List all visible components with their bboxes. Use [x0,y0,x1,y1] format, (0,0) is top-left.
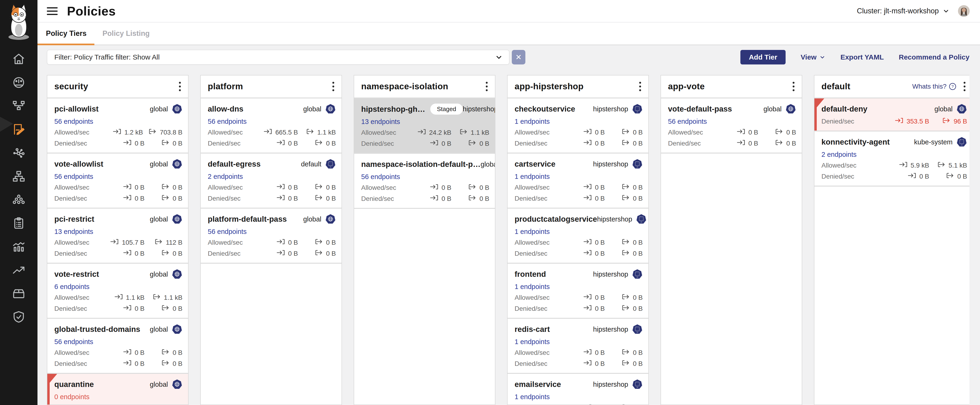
tier-help-link[interactable]: Whats this? ? [912,83,956,90]
endpoints-link[interactable]: 13 endpoints [54,228,93,236]
policy-name: frontend [515,270,546,279]
kebab-menu-icon[interactable] [484,81,490,92]
kebab-menu-icon[interactable] [330,81,336,92]
policy-card[interactable]: productcatalogservice hipstershop ns 1 e… [508,209,648,263]
sidebar-item-shield-check-icon[interactable] [0,305,38,328]
recommend-policy-button[interactable]: Recommend a Policy [899,53,969,61]
endpoints-link[interactable]: 56 endpoints [668,118,707,125]
endpoints-link[interactable]: 1 endpoints [515,228,550,236]
sidebar-item-chart-bars-icon[interactable] [0,235,38,258]
endpoints-link[interactable]: 56 endpoints [54,118,93,125]
policy-card[interactable]: platform-default-pass global 56 endpoint… [201,209,342,263]
sidebar-item-molecule-graph-icon[interactable] [0,141,38,164]
allowed-egress-value: 5.1 kB [948,162,967,169]
ingress-arrow-icon [277,194,286,202]
egress-arrow-icon [775,128,784,136]
endpoints-link[interactable]: 2 endpoints [208,173,243,180]
allowed-per-sec-row: Allowed/sec 24.2 kB 1.1 kB [361,128,489,137]
global-scope-badge-icon [325,214,336,225]
policy-card[interactable]: emailservice hipstershop ns 1 endpoints … [508,374,648,405]
policy-card[interactable]: vote-default-pass global 56 endpoints Al… [661,99,802,153]
sidebar-item-storage-box-icon[interactable] [0,282,38,305]
tier-header: security ? [47,75,188,97]
view-dropdown[interactable]: View [800,53,826,61]
kebab-menu-icon[interactable] [177,81,183,92]
policy-card[interactable]: vote-allowlist global 56 endpoints Allow… [47,153,188,208]
scope-label: global [480,161,495,168]
policy-card[interactable]: global-trusted-domains global 56 endpoin… [47,319,188,373]
avatar[interactable] [958,5,970,17]
policy-card[interactable]: quarantine global 0 endpoints [47,374,188,405]
allowed-egress-value: 0 B [326,239,336,246]
endpoints-link[interactable]: 1 endpoints [515,338,550,346]
scope-label: global [150,381,168,388]
scope-label: hipstershop [593,105,628,113]
endpoints-link[interactable]: 2 endpoints [821,151,857,158]
cluster-selector[interactable]: Cluster: jlt-msft-workshop [857,7,950,15]
egress-arrow-icon [161,305,170,313]
denied-per-sec-row: Denied/sec 0 B 0 B [515,360,643,368]
policy-card[interactable]: pci-restrict global 13 endpoints Allowed… [47,209,188,263]
policy-traffic-filter-dropdown[interactable]: Filter: Policy Traffic filter: Show All [47,50,509,65]
egress-arrow-icon [161,360,170,368]
sidebar-item-clipboard-list-icon[interactable] [0,211,38,235]
sidebar-item-flow-nodes-icon[interactable] [0,94,38,118]
kebab-menu-icon[interactable] [791,81,797,92]
policy-card[interactable]: vote-restrict global 6 endpoints Allowed… [47,264,188,318]
policy-card[interactable]: frontend hipstershop ns 1 endpoints Allo… [508,264,648,318]
kebab-menu-icon[interactable] [961,81,967,92]
policy-name: global-trusted-domains [54,325,140,334]
sidebar-item-circles-cluster-icon[interactable] [0,188,38,211]
endpoints-link[interactable]: 56 endpoints [208,118,247,125]
sidebar-item-policy-edit-icon[interactable] [0,118,38,141]
endpoints-link[interactable]: 1 endpoints [515,173,550,180]
tab-policy-tiers[interactable]: Policy Tiers [38,22,94,45]
tab-policy-listing[interactable]: Policy Listing [94,22,158,45]
allowed-per-sec-row: Allowed/sec 0 B 0 B [208,238,336,247]
endpoints-link[interactable]: 56 endpoints [54,338,93,346]
policy-card[interactable]: default-egress default ns 2 endpoints Al… [201,153,342,208]
allowed-per-sec-label: Allowed/sec [515,129,560,136]
policy-card[interactable]: default-deny global Denied/sec 353.5 B 9… [815,99,969,131]
hamburger-menu-icon[interactable] [47,7,57,15]
allowed-egress-value: 112 B [166,239,183,246]
policy-card[interactable]: namespace-isolation-default-p… global 56… [354,154,495,208]
endpoints-link[interactable]: 6 endpoints [54,283,89,291]
denied-ingress-value: 0 B [288,195,298,202]
endpoints-link[interactable]: 1 endpoints [515,283,550,291]
sidebar-item-sitemap-icon[interactable] [0,164,38,188]
endpoints-link[interactable]: 56 endpoints [361,173,400,181]
policy-card[interactable]: allow-dns global 56 endpoints Allowed/se… [201,99,342,153]
endpoints-link[interactable]: 13 endpoints [361,118,400,126]
sidebar-item-gauge-dashboard-icon[interactable] [0,71,38,94]
endpoints-link[interactable]: 56 endpoints [208,228,247,236]
sidebar-item-trend-arrow-icon[interactable] [0,258,38,282]
policy-card[interactable]: pci-allowlist global 56 endpoints Allowe… [47,99,188,153]
policy-card[interactable]: checkoutservice hipstershop ns 1 endpoin… [508,99,648,153]
denied-per-sec-label: Denied/sec [208,250,253,257]
clear-filter-button[interactable]: ✕ [512,50,525,64]
staged-badge: Staged [430,104,463,115]
allowed-per-sec-row: Allowed/sec 105.7 B 112 B [54,238,183,247]
policy-name: redis-cart [515,325,550,334]
tier-name: platform [208,81,243,91]
endpoints-link[interactable]: 1 endpoints [515,118,550,125]
kebab-menu-icon[interactable] [637,81,643,92]
endpoints-link[interactable]: 0 endpoints [54,393,89,401]
endpoints-link[interactable]: 56 endpoints [54,173,93,180]
policy-card[interactable]: cartservice hipstershop ns 1 endpoints A… [508,153,648,208]
allowed-per-sec-label: Allowed/sec [515,294,560,301]
sidebar-item-house-icon[interactable] [0,47,38,71]
endpoints-link[interactable]: 1 endpoints [515,393,550,401]
policy-card[interactable]: redis-cart hipstershop ns 1 endpoints Al… [508,319,648,373]
add-tier-button[interactable]: Add Tier [740,50,786,64]
policy-name: pci-restrict [54,215,94,223]
policy-card[interactable]: hipstershop-gh… Staged hipstershop ns 13… [354,99,495,153]
allowed-ingress-value: 0 B [748,129,758,136]
policy-card[interactable]: konnectivity-agent kube-system ns 2 endp… [815,131,969,186]
policy-name: vote-default-pass [668,105,732,113]
namespace-scope-badge-icon: ns [632,104,643,114]
namespace-scope-badge-icon: ns [956,137,967,147]
allowed-per-sec-label: Allowed/sec [515,239,560,246]
export-yaml-button[interactable]: Export YAML [840,53,884,61]
